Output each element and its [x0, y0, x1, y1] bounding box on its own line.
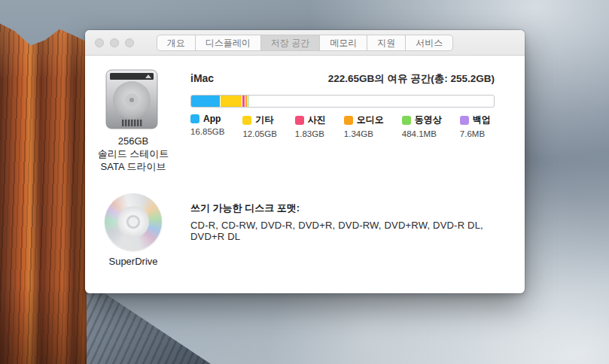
- about-this-mac-window: 개요디스플레이저장 공간메모리지원서비스 256GB 솔리드 스테이트 SATA…: [85, 30, 525, 293]
- storage-legend: App16.85GB기타12.05GB사진1.83GB오디오1.34GB동영상4…: [190, 114, 491, 138]
- legend-size: 16.85GB: [190, 127, 224, 136]
- superdrive-label: SuperDrive: [85, 256, 181, 267]
- tab-메모리[interactable]: 메모리: [319, 35, 367, 50]
- legend-size: 7.6MB: [460, 129, 491, 138]
- legend-top: 기타: [242, 114, 276, 126]
- legend-item-사진: 사진1.83GB: [295, 114, 326, 138]
- drive-label: 256GB 솔리드 스테이트 SATA 드라이브: [85, 135, 181, 173]
- wallpaper-granite-slope: [87, 290, 211, 364]
- tab-지원[interactable]: 지원: [367, 35, 405, 50]
- legend-top: 사진: [295, 114, 326, 126]
- device-name: iMac: [190, 72, 214, 84]
- disc-formats-list: CD-R, CD-RW, DVD-R, DVD+R, DVD-RW, DVD+R…: [190, 220, 495, 242]
- legend-label: 오디오: [357, 114, 384, 126]
- tab-서비스[interactable]: 서비스: [405, 35, 452, 50]
- legend-top: 백업: [460, 114, 491, 126]
- drive-capacity: 256GB: [85, 135, 181, 147]
- storage-segment-App: [191, 96, 221, 107]
- legend-color-chip: [402, 116, 411, 125]
- legend-size: 1.34GB: [344, 129, 384, 138]
- legend-top: 오디오: [344, 114, 384, 126]
- drive-type-line2: SATA 드라이브: [85, 160, 181, 173]
- desktop: { "window": { "tabs": [ { "label": "개요",…: [0, 0, 609, 364]
- drive-type-line1: 솔리드 스테이트: [85, 147, 181, 160]
- storage-segment-백업: [249, 96, 250, 107]
- legend-top: App: [190, 114, 224, 124]
- storage-bar: [190, 95, 495, 108]
- legend-color-chip: [460, 116, 469, 125]
- legend-color-chip: [295, 116, 304, 125]
- legend-color-chip: [190, 114, 199, 123]
- tab-bar: 개요디스플레이저장 공간메모리지원서비스: [157, 35, 453, 51]
- wallpaper-cliff: [0, 0, 90, 364]
- legend-top: 동영상: [402, 114, 442, 126]
- legend-item-App: App16.85GB: [190, 114, 224, 138]
- tab-디스플레이[interactable]: 디스플레이: [195, 35, 260, 50]
- legend-item-기타: 기타12.05GB: [242, 114, 276, 138]
- legend-size: 484.1MB: [402, 129, 442, 138]
- superdrive-icon: [105, 193, 162, 250]
- legend-size: 1.83GB: [295, 129, 326, 138]
- disc-formats-title: 쓰기 가능한 디스크 포맷:: [190, 202, 300, 215]
- legend-label: 백업: [473, 114, 491, 126]
- legend-item-동영상: 동영상484.1MB: [402, 114, 442, 138]
- tabbar: 개요디스플레이저장 공간메모리지원서비스: [85, 35, 525, 51]
- legend-label: 동영상: [415, 114, 442, 126]
- titlebar[interactable]: 개요디스플레이저장 공간메모리지원서비스: [85, 30, 525, 56]
- legend-label: App: [203, 114, 221, 124]
- storage-segment-기타: [221, 96, 242, 107]
- legend-label: 기타: [255, 114, 273, 126]
- legend-item-오디오: 오디오1.34GB: [344, 114, 384, 138]
- legend-item-백업: 백업7.6MB: [460, 114, 491, 138]
- legend-label: 사진: [308, 114, 326, 126]
- legend-color-chip: [242, 116, 251, 125]
- hard-drive-icon: [102, 69, 162, 129]
- tab-저장 공간[interactable]: 저장 공간: [260, 35, 319, 50]
- legend-color-chip: [344, 116, 353, 125]
- free-space-text: 222.65GB의 여유 공간(총: 255.2GB): [328, 72, 495, 86]
- legend-size: 12.05GB: [242, 129, 276, 138]
- tab-개요[interactable]: 개요: [157, 35, 195, 50]
- storage-header: iMac 222.65GB의 여유 공간(총: 255.2GB): [190, 72, 495, 86]
